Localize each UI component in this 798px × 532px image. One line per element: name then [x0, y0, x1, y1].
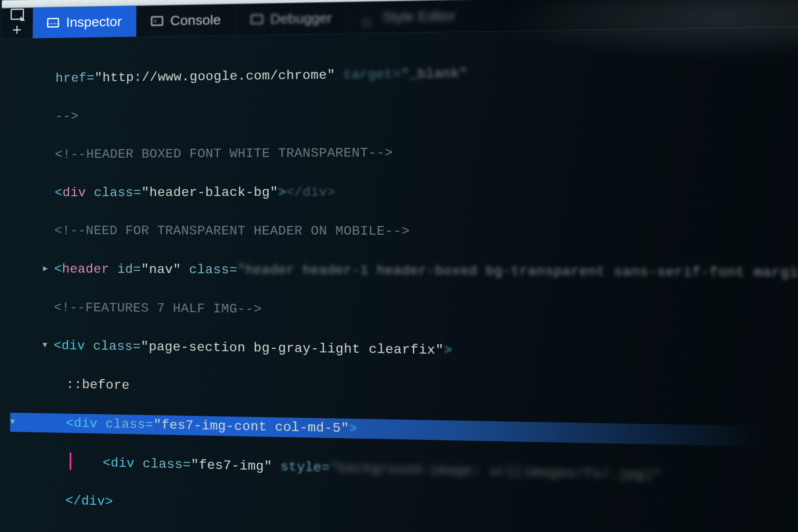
console-icon [151, 16, 163, 26]
inspector-icon [47, 18, 59, 27]
element-picker-icon[interactable] [10, 9, 24, 20]
collapse-arrow-icon[interactable] [10, 416, 15, 428]
devtools-screen: + Inspector Console Debugger Style Edito… [0, 0, 798, 532]
tab-console[interactable]: Console [136, 4, 236, 37]
style-editor-icon [362, 12, 375, 22]
tab-label: Inspector [66, 14, 122, 30]
tab-label: Console [170, 12, 221, 29]
code-text: target= [335, 67, 401, 83]
dom-node[interactable]: <div class="fes7-img" style="background-… [41, 452, 798, 490]
dom-node[interactable]: <div class="page-section bg-gray-light c… [42, 336, 798, 366]
tab-label: Debugger [270, 10, 332, 27]
inspector-dom-tree[interactable]: href="http://www.google.com/chrome" targ… [0, 26, 798, 532]
dom-node[interactable]: <div class="header-black-bg"></div> [43, 181, 798, 202]
debugger-icon [251, 14, 263, 24]
code-text: --> [55, 109, 79, 124]
code-comment: <!--NEED FOR TRANSPARENT HEADER ON MOBIL… [54, 223, 410, 239]
edit-marker [70, 452, 71, 469]
tab-style-editor[interactable]: Style Editor [347, 0, 471, 34]
collapse-arrow-icon[interactable] [42, 339, 47, 351]
pseudo-before: ::before [66, 377, 130, 393]
dom-node-selected[interactable]: <div class="fes7-img-cont col-md-5"> [10, 413, 798, 448]
tab-debugger[interactable]: Debugger [236, 2, 347, 35]
code-comment: <!--FEATURES 7 HALF IMG--> [54, 300, 262, 316]
new-tab-button[interactable]: + [12, 22, 22, 38]
tab-label: Style Editor [382, 8, 456, 25]
code-text: href= [55, 71, 95, 86]
expand-arrow-icon[interactable] [43, 263, 48, 275]
code-text: "http://www.google.com/chrome" [95, 68, 335, 86]
tabbar-side-buttons: + [2, 8, 33, 39]
code-comment: <!--HEADER BOXED FONT WHITE TRANSPARENT-… [55, 145, 393, 162]
dom-node[interactable]: <div class="container"></div> [41, 529, 798, 532]
dom-node[interactable]: <header id="nav" class="header header-1 … [43, 259, 798, 283]
code-text: "_blank" [401, 66, 468, 82]
glare [449, 0, 798, 70]
tab-inspector[interactable]: Inspector [33, 6, 136, 38]
